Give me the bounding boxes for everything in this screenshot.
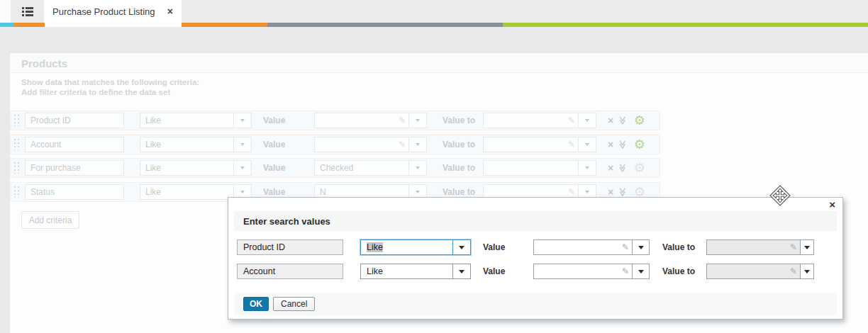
value-input-group: Checked (314, 160, 427, 176)
value-input[interactable]: ✎ (533, 239, 632, 255)
drag-handle-icon[interactable] (14, 139, 19, 150)
tab-bar-left-spacer (0, 0, 11, 23)
value-label: Value (483, 266, 518, 276)
remove-row-icon[interactable]: × (608, 163, 613, 173)
value-to-dropdown-arrow-icon[interactable] (578, 137, 596, 152)
operator-select[interactable]: Like (140, 137, 252, 152)
value-to-dropdown-arrow-icon[interactable] (800, 264, 814, 279)
dialog-operator-select[interactable]: Like (360, 239, 471, 255)
value-input-group: ✎ (314, 113, 427, 128)
value-to-input-group: ✎ (706, 264, 814, 279)
tab-purchase-product-listing[interactable]: Purchase Product Listing × (44, 0, 182, 23)
operator-select[interactable]: Like (140, 160, 252, 176)
drag-handle-icon[interactable] (14, 162, 19, 174)
value-dropdown-arrow-icon[interactable] (408, 160, 427, 176)
pencil-icon: ✎ (790, 267, 797, 276)
value-label: Value (263, 140, 301, 149)
dialog-close-icon[interactable]: × (829, 198, 835, 211)
value-select[interactable]: Checked (314, 160, 408, 176)
value-dropdown-arrow-icon[interactable] (408, 137, 427, 152)
drag-handle-icon[interactable] (14, 186, 19, 198)
double-chevron-icon[interactable]: ≫ (618, 188, 628, 197)
products-panel-header (10, 53, 868, 73)
value-input-group: ✎ (533, 239, 650, 255)
dropdown-arrow-icon[interactable] (452, 264, 470, 278)
filter-field-name[interactable]: For purchase (25, 160, 124, 176)
add-criteria-button[interactable]: Add criteria (21, 211, 79, 229)
remove-row-icon[interactable]: × (608, 187, 613, 197)
gear-icon[interactable]: ⚙ (634, 162, 645, 174)
ok-button[interactable]: OK (243, 297, 269, 311)
dropdown-arrow-icon[interactable] (452, 240, 470, 254)
value-to-label: Value to (662, 242, 702, 252)
value-to-dropdown-arrow-icon[interactable] (578, 160, 596, 176)
value-dropdown-arrow-icon[interactable] (408, 113, 427, 128)
gear-icon[interactable]: ⚙ (634, 138, 645, 151)
value-input[interactable]: ✎ (533, 264, 632, 279)
value-to-select[interactable] (483, 160, 578, 176)
value-to-input[interactable]: ✎ (483, 113, 578, 128)
double-chevron-icon[interactable]: ≫ (618, 116, 628, 125)
app-window: Purchase Product Listing × Products Show… (0, 0, 868, 333)
filter-field-name[interactable]: Status (25, 184, 124, 200)
value-to-input-group: ✎ (483, 137, 596, 152)
dropdown-arrow-icon[interactable] (233, 161, 251, 175)
dialog-field-name[interactable]: Product ID (237, 239, 343, 255)
filter-row-product-id: Product ID Like Value ✎ Value to ✎ × ≫ ⚙ (10, 111, 660, 130)
filter-field-name[interactable]: Product ID (25, 113, 124, 128)
operator-select[interactable]: Like (140, 113, 252, 128)
dialog-row-product-id: Product ID Like Value ✎ Value to ✎ (237, 239, 814, 256)
value-label: Value (263, 187, 301, 197)
value-label: Value (263, 115, 301, 125)
value-input[interactable]: ✎ (314, 137, 408, 152)
stripe-white-segment (45, 23, 182, 27)
dropdown-arrow-icon[interactable] (233, 137, 251, 152)
stripe-green-segment (503, 23, 868, 27)
pencil-icon: ✎ (568, 140, 575, 149)
tab-close-icon[interactable]: × (167, 6, 173, 16)
pencil-icon: ✎ (568, 188, 575, 196)
stripe-orange-segment-2 (182, 23, 267, 27)
value-to-label: Value to (443, 140, 475, 149)
gear-icon[interactable]: ⚙ (634, 114, 645, 127)
drag-handle-icon[interactable] (14, 115, 19, 126)
dialog-field-name[interactable]: Account (237, 264, 343, 279)
value-to-label: Value to (443, 187, 475, 197)
page-title: Products (21, 57, 67, 69)
pencil-icon: ✎ (790, 243, 797, 252)
value-to-label: Value to (443, 163, 475, 173)
value-to-label: Value to (662, 266, 702, 276)
filter-row-account: Account Like Value ✎ Value to ✎ × ≫ ⚙ (10, 135, 660, 154)
tab-list-button[interactable] (11, 0, 44, 23)
value-to-dropdown-arrow-icon[interactable] (578, 113, 596, 128)
double-chevron-icon[interactable]: ≫ (618, 164, 628, 173)
value-input[interactable]: ✎ (314, 113, 408, 128)
value-to-input[interactable]: ✎ (483, 137, 578, 152)
pencil-icon: ✎ (568, 116, 575, 125)
move-cursor-icon (769, 184, 791, 210)
remove-row-icon[interactable]: × (608, 140, 613, 149)
value-dropdown-arrow-icon[interactable] (632, 264, 650, 279)
tab-label: Purchase Product Listing (52, 6, 162, 17)
value-to-dropdown-arrow-icon[interactable] (800, 239, 814, 255)
value-label: Value (483, 242, 518, 252)
value-dropdown-arrow-icon[interactable] (632, 239, 650, 255)
dropdown-arrow-icon[interactable] (233, 113, 251, 128)
filter-field-name[interactable]: Account (25, 137, 124, 152)
cancel-button[interactable]: Cancel (273, 297, 315, 311)
remove-row-icon[interactable]: × (608, 115, 613, 125)
value-to-input-group: ✎ (483, 113, 596, 128)
pencil-icon: ✎ (622, 243, 629, 252)
double-chevron-icon[interactable]: ≫ (618, 140, 628, 149)
dialog-header: Enter search values (234, 211, 837, 231)
brand-stripe (0, 23, 868, 27)
value-to-input[interactable]: ✎ (706, 239, 800, 255)
value-to-input[interactable]: ✎ (706, 264, 800, 279)
value-input-group: ✎ (533, 264, 650, 279)
pencil-icon: ✎ (399, 116, 406, 125)
enter-search-values-dialog: × Enter search values Product ID Like Va… (228, 197, 843, 320)
dialog-operator-select[interactable]: Like (360, 264, 471, 279)
pencil-icon: ✎ (399, 140, 406, 149)
stripe-orange-segment (14, 23, 45, 27)
dialog-row-account: Account Like Value ✎ Value to ✎ (237, 263, 814, 280)
